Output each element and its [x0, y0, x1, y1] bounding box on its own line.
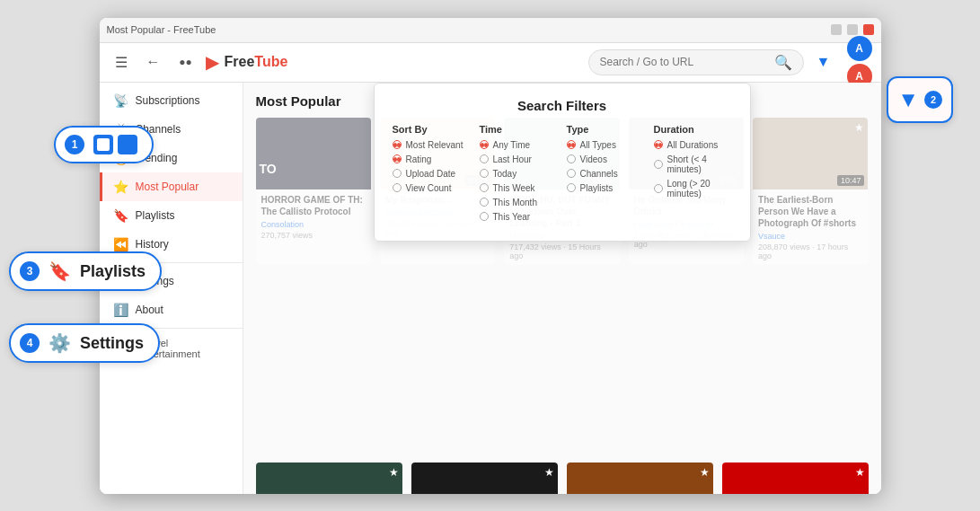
video-card-9[interactable]: ★ 15:46 FREE UPGRADE I'm Embarrassed I D… [722, 463, 869, 494]
most-popular-icon: ⭐ [113, 180, 128, 194]
filter-this-month[interactable]: This Month [480, 198, 558, 207]
sidebar-label-about: About [136, 304, 163, 316]
nav-dots[interactable]: ●● [173, 49, 199, 75]
filter-today[interactable]: Today [480, 169, 558, 179]
video-thumb-1: TO [256, 118, 371, 189]
radio-videos [567, 154, 576, 163]
filter-most-relevant-label: Most Relevant [406, 140, 464, 150]
radio-this-year [480, 212, 489, 221]
maximize-button[interactable] [847, 24, 858, 35]
star-icon-5: ★ [854, 121, 864, 134]
video-meta-5: 208,870 views · 17 hours ago [758, 242, 862, 260]
callout-number-3: 3 [20, 261, 40, 281]
filter-today-label: Today [493, 169, 517, 179]
star-icon-6: ★ [389, 466, 399, 479]
filter-last-hour[interactable]: Last Hour [480, 154, 558, 164]
window-title: Most Popular - FreeTube [107, 24, 216, 35]
callout-4: 4 ⚙️ Settings [9, 323, 160, 363]
radio-all-types [567, 140, 576, 149]
radio-short [654, 160, 663, 169]
menu-button[interactable]: ☰ [109, 49, 134, 75]
filter-long-label: Long (> 20 minutes) [667, 179, 732, 198]
filter-all-durations[interactable]: All Durations [654, 140, 732, 150]
gpu-thumb-text: FREE UPGRADE [759, 493, 830, 494]
radio-long [654, 184, 663, 193]
video-card-8[interactable]: ★ 7:37 What's in the BOX? What's Inside … [567, 463, 713, 494]
video-card-5[interactable]: 10:47 ★ The Earliest-Born Person We Have… [753, 118, 868, 265]
freetube-logo-icon: ▶ [206, 51, 219, 73]
sidebar-label-most-popular: Most Popular [136, 181, 199, 193]
filter-videos[interactable]: Videos [567, 154, 645, 164]
app-window: Most Popular - FreeTube ☰ ← ●● ▶ FreeTub… [100, 18, 881, 494]
filter-playlists[interactable]: Playlists [567, 183, 645, 193]
sort-by-label: Sort By [393, 124, 471, 135]
filter-button[interactable]: ▼ [811, 49, 836, 75]
filter-any-time[interactable]: Any Time [480, 140, 558, 150]
video-card-6[interactable]: ★ 1:53 Soldering tips from FUTO workshop… [256, 463, 402, 494]
history-icon: ⏪ [113, 237, 128, 251]
box-thumb-text: What's in the BOX? [598, 493, 681, 494]
radio-view-count [393, 183, 402, 192]
video-duration-5: 10:47 [837, 175, 865, 186]
filter-short[interactable]: Short (< 4 minutes) [654, 154, 732, 174]
filter-long[interactable]: Long (> 20 minutes) [654, 179, 732, 198]
sidebar-item-subscriptions[interactable]: 📡 Subscriptions [100, 86, 243, 115]
sidebar-label-subscriptions: Subscriptions [136, 94, 200, 107]
video-thumb-7: ★ 14:80 PRO RACING? [411, 463, 558, 494]
filter-rating-label: Rating [406, 154, 432, 164]
callout-number-2: 2 [924, 91, 942, 109]
video-meta-3: 717,432 views · 15 Hours ago [509, 242, 614, 260]
search-input[interactable] [600, 56, 769, 68]
sidebar-item-most-popular[interactable]: ⭐ Most Popular [100, 172, 243, 201]
logo-free: Free [225, 54, 255, 69]
filter-this-year-label: This Year [493, 212, 531, 222]
subscriptions-icon: 📡 [113, 93, 128, 108]
title-bar: Most Popular - FreeTube [100, 18, 881, 43]
video-card-7[interactable]: ★ 14:80 PRO RACING? Is this worth the ex… [411, 463, 558, 494]
app-icon [93, 135, 113, 154]
filter-most-relevant[interactable]: Most Relevant [393, 140, 471, 150]
filter-channels[interactable]: Channels [567, 169, 645, 179]
filter-all-types[interactable]: All Types [567, 140, 645, 150]
video-card-1[interactable]: TO HORROR GAME OF TH: The Callisto Proto… [256, 118, 371, 265]
back-button[interactable]: ← [141, 49, 166, 75]
minimize-button[interactable] [831, 24, 842, 35]
filter-all-durations-label: All Durations [667, 140, 719, 150]
app-icon-group [93, 135, 137, 154]
racing-thumb-text: PRO RACING? [450, 492, 519, 493]
close-button[interactable] [863, 24, 874, 35]
callout-number-1: 1 [65, 135, 84, 154]
video-thumb-6: ★ 1:53 [256, 463, 402, 494]
logo-tube: Tube [254, 54, 287, 69]
filter-funnel-icon: ▼ [897, 87, 919, 112]
search-bar[interactable]: 🔍 [588, 49, 804, 75]
sidebar-item-playlists[interactable]: 🔖 Playlists [100, 201, 243, 230]
radio-playlists [567, 183, 576, 192]
search-filters-panel: Search Filters Sort By Most Relevant Rat… [374, 83, 751, 242]
callout-settings-label: Settings [80, 334, 144, 353]
time-label: Time [480, 124, 558, 135]
search-icon: 🔍 [774, 54, 792, 71]
filter-this-week-label: This Week [493, 183, 535, 193]
logo-text: FreeTube [225, 54, 288, 70]
filter-rating[interactable]: Rating [393, 154, 471, 164]
filter-this-year[interactable]: This Year [480, 212, 558, 222]
filter-this-week[interactable]: This Week [480, 183, 558, 193]
sidebar-item-about[interactable]: ℹ️ About [100, 295, 243, 324]
radio-last-hour [480, 154, 489, 163]
radio-this-month [480, 198, 489, 207]
star-icon-7: ★ [544, 466, 554, 479]
type-label: Type [567, 124, 645, 135]
video-grid-row2: ★ 1:53 Soldering tips from FUTO workshop… [256, 463, 869, 494]
playlists-callout-icon: 🔖 [49, 260, 71, 282]
filters-title: Search Filters [393, 98, 732, 113]
duration-label: Duration [654, 124, 732, 135]
filter-col-duration: Duration All Durations Short (< 4 minute… [654, 124, 732, 226]
avatar-top[interactable]: A [847, 36, 872, 61]
main-content: Most Popular TO HORROR GAME OF TH: The C… [243, 83, 881, 494]
video-info-5: The Earliest-Born Person We Have a Photo… [753, 189, 868, 265]
filter-view-count[interactable]: View Count [393, 183, 471, 193]
video-title-1: HORROR GAME OF TH: The Callisto Protocol [261, 194, 366, 217]
filter-upload-date[interactable]: Upload Date [393, 169, 471, 179]
playlists-icon: 🔖 [113, 208, 128, 223]
